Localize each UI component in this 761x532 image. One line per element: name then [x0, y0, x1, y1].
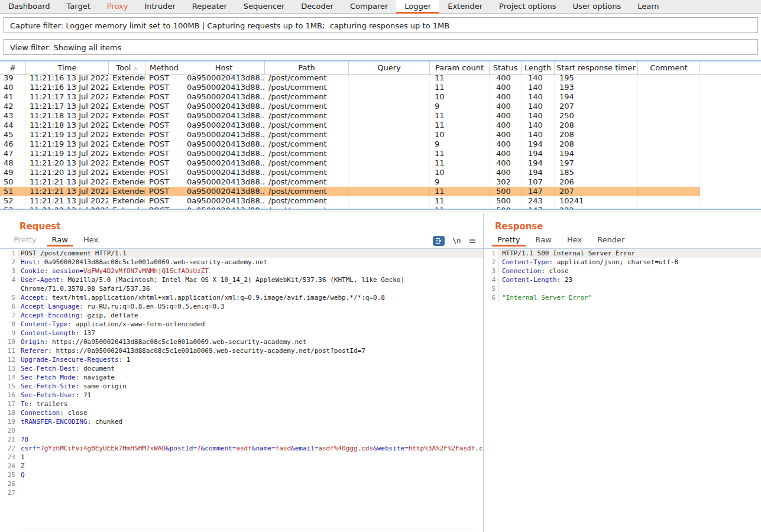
code-text: Referer: https://0a9500020413d88ac08c5c1…: [18, 346, 483, 355]
response-tab-pretty[interactable]: Pretty: [492, 234, 526, 246]
line-number: 1: [0, 249, 18, 258]
column-header-param-count[interactable]: Param count: [430, 61, 490, 74]
code-line: 4User-Agent: Mozilla/5.0 (Macintosh; Int…: [0, 275, 483, 293]
code-line: 15Sec-Fetch-Site: same-origin: [0, 382, 483, 391]
request-tab-pretty[interactable]: Pretty: [8, 234, 42, 246]
newline-icon[interactable]: \n: [452, 236, 461, 245]
menu-item-logger[interactable]: Logger: [396, 0, 439, 14]
code-text: POST /post/comment HTTP/1.1: [18, 249, 483, 258]
cell-method: POST: [145, 149, 183, 158]
column-header-host[interactable]: Host: [183, 61, 265, 74]
menu-item-repeater[interactable]: Repeater: [184, 0, 235, 14]
code-text: Sec-Fetch-User: ?1: [18, 391, 483, 400]
table-row[interactable]: 4911:21:20 13 Jul 2022ExtenderPOST0a9500…: [0, 168, 700, 177]
column-header-query[interactable]: Query: [349, 61, 430, 74]
table-row[interactable]: 4511:21:19 13 Jul 2022ExtenderPOST0a9500…: [0, 130, 700, 140]
menu-item-intruder[interactable]: Intruder: [136, 0, 183, 14]
response-tab-raw[interactable]: Raw: [530, 234, 557, 246]
table-row[interactable]: 4111:21:17 13 Jul 2022ExtenderPOST0a9500…: [0, 92, 700, 102]
cell-comment: [638, 140, 700, 149]
response-tab-render[interactable]: Render: [592, 234, 630, 246]
cell-tool: Extender: [109, 75, 145, 83]
menu-item-decoder[interactable]: Decoder: [293, 0, 342, 14]
line-number: 3: [484, 267, 499, 275]
pretty-print-icon[interactable]: [433, 236, 445, 246]
table-row[interactable]: 4011:21:16 13 Jul 2022ExtenderPOST0a9500…: [0, 83, 700, 92]
column-header-method[interactable]: Method: [145, 61, 183, 74]
line-number: 6: [0, 302, 18, 311]
menu-item-comparer[interactable]: Comparer: [342, 0, 396, 14]
cell-num: 39: [0, 75, 26, 83]
table-row[interactable]: 4711:21:19 13 Jul 2022ExtenderPOST0a9500…: [0, 149, 700, 158]
cell-status: 400: [490, 140, 522, 149]
line-number: 5: [0, 293, 18, 302]
cell-comment: [638, 149, 700, 158]
cell-timer: 207: [555, 102, 638, 111]
table-row[interactable]: 4611:21:19 13 Jul 2022ExtenderPOST0a9500…: [0, 140, 700, 149]
horizontal-splitter[interactable]: [0, 212, 761, 212]
table-row[interactable]: 3911:21:16 13 Jul 2022ExtenderPOST0a9500…: [0, 75, 700, 83]
menu-item-target[interactable]: Target: [59, 0, 99, 14]
line-number: 9: [0, 329, 18, 338]
menu-item-user-options[interactable]: User options: [565, 0, 630, 14]
code-line: 22csrf=7gYzhMCiFvi4gBEyUEEk7HmHSHM7xWAO&…: [0, 444, 483, 453]
menu-item-project-options[interactable]: Project options: [491, 0, 565, 14]
response-tab-hex[interactable]: Hex: [562, 234, 587, 246]
column-header--[interactable]: #: [0, 61, 26, 74]
code-text: Host: 0a9500020413d88ac08c5c1e001a0069.w…: [18, 258, 483, 267]
table-row[interactable]: 5011:21:21 13 Jul 2022ExtenderPOST0a9500…: [0, 177, 700, 187]
cell-tool: Extender: [109, 206, 145, 209]
cell-query: [349, 149, 430, 158]
cell-host: 0a9500020413d88...: [183, 187, 265, 196]
menu-item-learn[interactable]: Learn: [629, 0, 667, 14]
menu-item-extender[interactable]: Extender: [439, 0, 491, 14]
cell-method: POST: [145, 121, 183, 130]
cell-time: 11:21:17 13 Jul 2022: [26, 102, 109, 111]
hamburger-menu-icon[interactable]: ≡: [468, 235, 476, 246]
column-header-start-response-timer[interactable]: Start response timer: [555, 61, 638, 74]
table-row[interactable]: 4311:21:18 13 Jul 2022ExtenderPOST0a9500…: [0, 111, 700, 121]
cell-time: 11:21:21 13 Jul 2022: [26, 187, 109, 196]
request-tab-raw[interactable]: Raw: [47, 234, 73, 246]
column-header-length[interactable]: Length: [522, 61, 555, 74]
cell-host: 0a9500020413d88...: [183, 140, 265, 149]
request-editor[interactable]: 1POST /post/comment HTTP/1.12Host: 0a950…: [0, 249, 483, 532]
cell-host: 0a9500020413d88...: [183, 111, 265, 121]
response-editor[interactable]: 1HTTP/1.1 500 Internal Server Error2Cont…: [484, 249, 761, 532]
request-tab-hex[interactable]: Hex: [78, 234, 103, 246]
cell-path: /post/comment: [265, 168, 349, 177]
table-row[interactable]: 4811:21:20 13 Jul 2022ExtenderPOST0a9500…: [0, 158, 700, 168]
cell-comment: [638, 75, 700, 83]
menu-item-dashboard[interactable]: Dashboard: [0, 0, 59, 14]
table-row[interactable]: 5211:21:21 13 Jul 2022ExtenderPOST0a9500…: [0, 196, 700, 206]
capture-filter-bar[interactable]: Capture filter: Logger memory limit set …: [4, 17, 758, 33]
cell-timer: 10241: [555, 196, 638, 206]
table-row[interactable]: 5311:21:22 13 Jul 2022ExtenderPOST0a9500…: [0, 206, 700, 209]
cell-comment: [638, 187, 700, 196]
request-panel: Request PrettyRawHex \n ≡ 1POST /post/co…: [0, 213, 483, 532]
menu-item-proxy[interactable]: Proxy: [99, 0, 137, 14]
code-text: [18, 488, 483, 497]
column-header-path[interactable]: Path: [265, 61, 349, 74]
column-header-status[interactable]: Status: [490, 61, 522, 74]
column-header-comment[interactable]: Comment: [638, 61, 700, 74]
cell-host: 0a9500020413d88...: [183, 102, 265, 111]
column-header-tool[interactable]: Tool∧: [109, 61, 145, 74]
cell-timer: 206: [555, 177, 638, 187]
cell-param-count: 11: [430, 196, 490, 206]
code-text: User-Agent: Mozilla/5.0 (Macintosh; Inte…: [18, 275, 483, 293]
cell-length: 140: [522, 102, 555, 111]
code-text: 1: [18, 453, 483, 462]
cell-length: 194: [522, 140, 555, 149]
code-text: Z: [18, 462, 483, 471]
line-number: 20: [0, 426, 18, 435]
column-header-time[interactable]: Time: [26, 61, 109, 74]
menu-item-sequencer[interactable]: Sequencer: [235, 0, 293, 14]
logger-table: #TimeTool∧MethodHostPathQueryParam count…: [0, 60, 761, 210]
table-row[interactable]: 4211:21:17 13 Jul 2022ExtenderPOST0a9500…: [0, 102, 700, 111]
table-row[interactable]: 4411:21:18 13 Jul 2022ExtenderPOST0a9500…: [0, 121, 700, 130]
table-row[interactable]: 5111:21:21 13 Jul 2022ExtenderPOST0a9500…: [0, 187, 700, 196]
cell-host: 0a9500020413d88...: [183, 130, 265, 140]
cell-length: 147: [522, 187, 555, 196]
view-filter-bar[interactable]: View filter: Showing all items: [4, 39, 758, 55]
